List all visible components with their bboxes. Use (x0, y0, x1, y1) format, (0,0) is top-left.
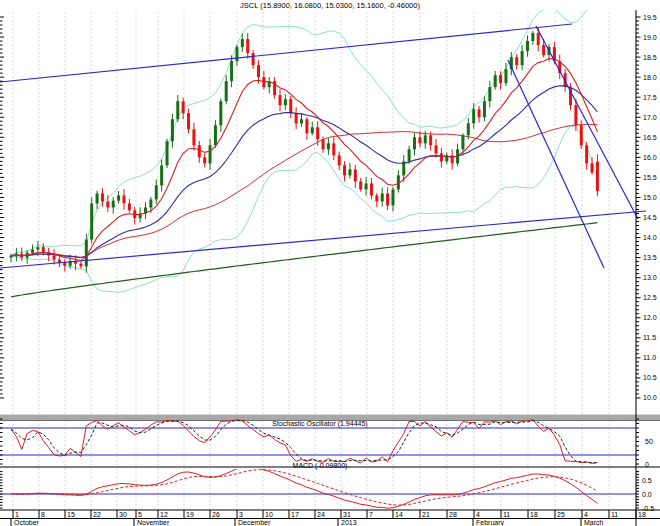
candle-body-down (198, 145, 201, 157)
week-label: 8 (41, 511, 45, 518)
candle-body-up (521, 51, 524, 65)
month-label: March (584, 519, 604, 526)
candle-body-down (585, 145, 588, 163)
macd-axis-label: 0.0 (642, 491, 652, 498)
week-label: 21 (422, 511, 430, 518)
trend-line (0, 211, 646, 268)
bollinger-lower-line (11, 126, 597, 292)
candle-body-down (435, 145, 438, 153)
candle-body-down (499, 75, 502, 83)
stochastic-axis-label: 0 (645, 461, 649, 468)
price-axis-label: 13.5 (643, 254, 657, 261)
week-label: 11 (503, 511, 510, 518)
price-axis-label: 13.0 (643, 274, 657, 281)
candle-body-down (122, 195, 125, 203)
candle-body-up (424, 135, 427, 143)
ma-fast-red-line (11, 59, 597, 261)
candle-body-up (311, 127, 314, 133)
price-axis[interactable]: 19.519.018.518.017.517.016.516.015.515.0… (0, 10, 657, 526)
candle-body-up (31, 250, 34, 253)
price-axis-label: 19.0 (643, 34, 657, 41)
price-axis-label: 14.5 (643, 214, 657, 221)
candle-body-down (343, 165, 346, 175)
candle-body-up (90, 203, 93, 239)
candle-body-up (176, 101, 179, 119)
candle-body-down (370, 183, 373, 195)
candle-body-down (58, 260, 61, 263)
candle-body-up (300, 119, 303, 123)
candle-body-down (257, 65, 260, 77)
stochastic-panel-label: Stochastic Oscillator (1.94445) (0, 420, 640, 427)
candle-body-up (166, 141, 169, 165)
week-label: 22 (93, 511, 101, 518)
ma-medium-navy-line (11, 86, 597, 258)
ma-slow-red-line (11, 124, 597, 257)
month-label: February (476, 519, 505, 526)
week-label: 24 (317, 511, 325, 518)
price-axis-label: 16.5 (643, 134, 657, 141)
week-label: 25 (557, 511, 565, 518)
week-label: 15 (67, 511, 75, 518)
candle-body-down (79, 264, 82, 267)
candle-body-down (182, 101, 185, 113)
candle-body-up (36, 247, 39, 249)
month-label: 2013 (341, 519, 357, 526)
week-label: 3 (239, 511, 243, 518)
week-label: 31 (343, 511, 351, 518)
candle-body-down (295, 113, 298, 123)
candle-body-down (429, 135, 432, 145)
price-axis-label: 12.5 (643, 294, 657, 301)
trend-line (0, 24, 572, 82)
candle-body-down (574, 105, 577, 125)
grid-lines (13, 12, 636, 509)
week-label: 1 (15, 511, 19, 518)
candle-body-up (365, 183, 368, 189)
week-label: 18 (530, 511, 538, 518)
candle-body-down (418, 137, 421, 143)
week-label: 18 (638, 511, 646, 518)
candle-body-down (537, 33, 540, 45)
candle-body-down (375, 195, 378, 201)
candle-body-up (461, 135, 464, 149)
candle-body-down (106, 201, 109, 207)
candle-body-down (262, 77, 265, 87)
week-label: 10 (265, 511, 273, 518)
week-label: 14 (395, 511, 403, 518)
date-axis[interactable]: 1815223051219263101724317142128411182541… (0, 510, 660, 526)
candle-body-up (214, 125, 217, 145)
price-axis-label: 18.5 (643, 54, 657, 61)
candle-body-down (515, 57, 518, 65)
week-label: 11 (611, 511, 618, 518)
chart-canvas[interactable]: 19.519.018.518.017.517.016.516.015.515.0… (0, 0, 660, 526)
candle-body-up (327, 143, 330, 149)
candle-body-up (284, 99, 287, 105)
week-label: 5 (138, 511, 142, 518)
price-axis-label: 15.0 (643, 194, 657, 201)
price-axis-label: 19.5 (643, 14, 657, 21)
week-label: 7 (369, 511, 373, 518)
chart-title: JSCL (15.8900, 16.0800, 15.0300, 15.1600… (0, 1, 660, 10)
candle-body-down (386, 193, 389, 205)
candle-body-down (203, 157, 206, 163)
candle-body-down (591, 163, 594, 172)
candle-body-down (192, 129, 195, 145)
price-axis-label: 14.0 (643, 234, 657, 241)
price-axis-label: 16.0 (643, 154, 657, 161)
candle-body-down (316, 127, 319, 139)
candle-body-up (483, 101, 486, 117)
candle-body-up (467, 123, 470, 135)
macd-panel-label: MACD (-0.09800) (0, 462, 640, 469)
week-label: 4 (584, 511, 588, 518)
candle-body-down (252, 53, 255, 65)
week-label: 4 (476, 511, 480, 518)
candle-body-up (171, 119, 174, 141)
candle-body-up (391, 189, 394, 205)
price-axis-label: 11.5 (643, 334, 656, 341)
candle-body-down (354, 169, 357, 181)
candle-body-up (209, 145, 212, 163)
candle-body-down (478, 109, 481, 117)
candle-body-up (526, 41, 529, 51)
candle-body-up (472, 109, 475, 123)
trend-line (536, 26, 638, 219)
candle-body-up (96, 193, 99, 203)
